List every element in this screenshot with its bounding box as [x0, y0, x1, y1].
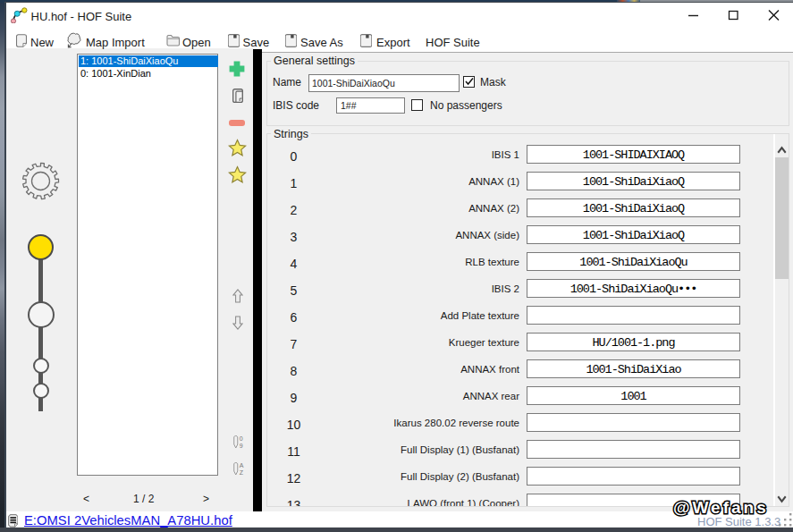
svg-text:0: 0 — [239, 435, 242, 442]
svg-text:A: A — [239, 462, 243, 469]
svg-text:Z: Z — [239, 469, 243, 476]
svg-text:9: 9 — [239, 443, 242, 449]
